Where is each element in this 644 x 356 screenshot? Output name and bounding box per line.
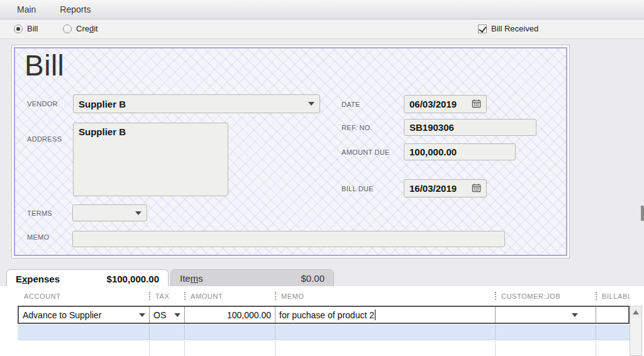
bill-form-panel: Bill VENDOR Supplier B ADDRESS Supplier …	[11, 45, 570, 259]
memo-cell-value: for puchase of product 2	[279, 310, 374, 320]
tab-expenses-amount: $100,000.00	[107, 274, 159, 284]
bill-window: Main Reports Bill Credit Bill Received B…	[0, 0, 644, 356]
account-cell-value: Advance to Supplier	[23, 310, 101, 320]
bill-radio[interactable]: Bill	[14, 24, 38, 33]
date-field[interactable]: 06/03/2019	[404, 95, 487, 113]
empty-amount-cell[interactable]	[184, 341, 275, 356]
page-title: Bill	[25, 48, 64, 82]
vendor-value: Supplier B	[79, 99, 308, 109]
table-row-empty-next[interactable]	[18, 325, 630, 340]
scroll-up-button[interactable]	[630, 306, 641, 318]
table-row-empty[interactable]	[18, 341, 630, 356]
empty-customer-job-cell[interactable]	[495, 341, 596, 356]
amount-due-label: AMOUNT DUE	[341, 148, 390, 156]
account-cell-dropdown[interactable]: Advance to Supplier	[19, 307, 149, 323]
memo-field[interactable]	[72, 231, 505, 247]
tax-cell-dropdown[interactable]: OS	[149, 307, 184, 323]
empty-memo-cell[interactable]	[275, 341, 495, 356]
column-header-account[interactable]: ACCOUNT	[18, 286, 149, 306]
billable-cell[interactable]	[596, 307, 628, 323]
column-header-amount[interactable]: AMOUNT	[184, 286, 275, 306]
bill-received-label: Bill Received	[491, 24, 538, 33]
bill-due-label: BILL DUE	[341, 185, 374, 192]
empty-tax-cell[interactable]	[149, 325, 184, 340]
tax-cell-value: OS	[153, 310, 166, 320]
bill-due-field[interactable]: 16/03/2019	[404, 179, 487, 197]
address-label: ADDRESS	[27, 135, 62, 143]
ribbon-bar: Main Reports	[0, 0, 644, 19]
date-value: 06/03/2019	[409, 99, 468, 109]
ref-no-label: REF. NO.	[341, 124, 372, 131]
amount-due-field[interactable]: 100,000.00	[404, 143, 516, 160]
amount-cell[interactable]: 100,000.00	[184, 307, 275, 323]
bill-received-checkbox[interactable]: Bill Received	[478, 24, 538, 33]
address-value: Supplier B	[79, 126, 223, 137]
detail-tab-bar: Expenses $100,000.00 Items $0.00	[0, 259, 644, 286]
tab-items[interactable]: Items $0.00	[170, 269, 334, 287]
empty-account-cell[interactable]	[18, 325, 149, 340]
table-scrollbar[interactable]	[630, 306, 642, 356]
triangle-up-icon	[633, 310, 639, 314]
checkbox-checked-icon	[478, 25, 487, 33]
ref-no-value: SB190306	[409, 122, 531, 133]
vendor-label: VENDOR	[27, 100, 58, 108]
empty-customer-job-cell[interactable]	[495, 325, 596, 340]
column-header-billable[interactable]: BILLABL...	[596, 286, 630, 306]
grid-header-row: ACCOUNT TAX AMOUNT MEMO CUSTOMER:JOB BIL…	[18, 286, 630, 306]
form-type-toolbar: Bill Credit Bill Received	[0, 19, 644, 39]
calendar-icon[interactable]	[472, 183, 481, 194]
bill-radio-label: Bill	[27, 24, 38, 33]
customer-job-cell-dropdown[interactable]	[495, 307, 596, 323]
vendor-dropdown[interactable]: Supplier B	[73, 94, 320, 113]
tab-expenses[interactable]: Expenses $100,000.00	[6, 269, 169, 287]
empty-memo-cell[interactable]	[275, 325, 495, 340]
credit-radio-label: Credit	[76, 24, 98, 33]
bill-due-value: 16/03/2019	[409, 183, 468, 194]
amount-due-value: 100,000.00	[409, 147, 510, 157]
tab-main[interactable]: Main	[17, 4, 36, 14]
ref-no-field[interactable]: SB190306	[404, 119, 536, 136]
memo-cell[interactable]: for puchase of product 2	[275, 307, 495, 323]
calendar-icon[interactable]	[472, 99, 481, 110]
terms-dropdown[interactable]	[72, 204, 147, 221]
address-field[interactable]: Supplier B	[73, 123, 228, 196]
tab-reports[interactable]: Reports	[60, 4, 91, 14]
window-scrollbar-thumb[interactable]	[641, 206, 644, 221]
empty-billable-cell[interactable]	[596, 325, 630, 340]
chevron-down-icon[interactable]	[139, 313, 145, 317]
tab-items-label: Items	[180, 273, 203, 284]
chevron-down-icon[interactable]	[572, 313, 578, 317]
expenses-grid: ACCOUNT TAX AMOUNT MEMO CUSTOMER:JOB BIL…	[0, 286, 644, 356]
bill-form-inner: Bill VENDOR Supplier B ADDRESS Supplier …	[14, 47, 567, 256]
column-header-tax[interactable]: TAX	[149, 286, 184, 306]
tab-items-amount: $0.00	[301, 273, 325, 284]
date-label: DATE	[341, 101, 360, 108]
empty-tax-cell[interactable]	[149, 341, 184, 356]
column-header-customer-job[interactable]: CUSTOMER:JOB	[495, 286, 596, 306]
radio-unselected-icon	[63, 25, 72, 33]
memo-label: MEMO	[27, 233, 49, 241]
credit-radio[interactable]: Credit	[63, 24, 98, 33]
column-header-memo[interactable]: MEMO	[275, 286, 495, 306]
amount-cell-value: 100,000.00	[227, 310, 271, 320]
table-row-selected: Advance to Supplier OS 100,000.00 for pu…	[18, 306, 630, 324]
chevron-down-icon[interactable]	[174, 313, 180, 317]
text-cursor	[375, 309, 375, 320]
empty-account-cell[interactable]	[18, 341, 149, 356]
empty-billable-cell[interactable]	[596, 341, 630, 356]
chevron-down-icon[interactable]	[135, 211, 142, 215]
terms-label: TERMS	[27, 209, 52, 217]
radio-selected-icon	[14, 25, 23, 33]
tab-expenses-label: Expenses	[16, 274, 60, 284]
empty-amount-cell[interactable]	[184, 325, 275, 340]
chevron-down-icon[interactable]	[308, 102, 314, 106]
